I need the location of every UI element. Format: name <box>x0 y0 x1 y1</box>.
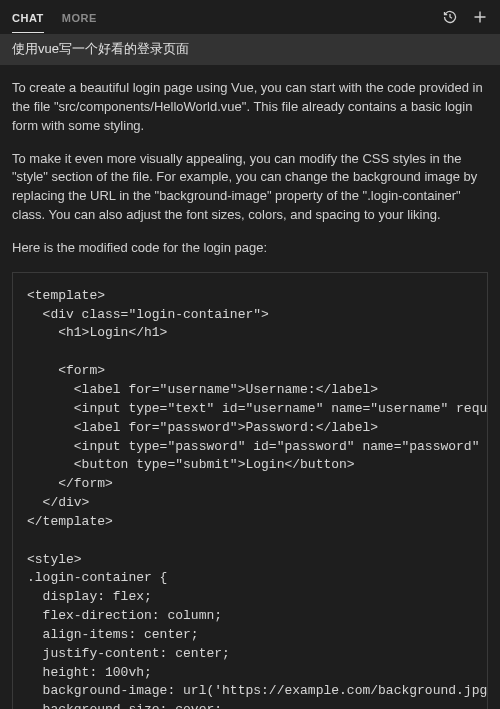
user-prompt: 使用vue写一个好看的登录页面 <box>0 34 500 65</box>
response-paragraph: To create a beautiful login page using V… <box>12 79 488 136</box>
history-icon[interactable] <box>442 9 458 25</box>
response-paragraph: Here is the modified code for the login … <box>12 239 488 258</box>
tabs: CHAT MORE <box>12 0 97 34</box>
response-paragraph: To make it even more visually appealing,… <box>12 150 488 225</box>
topbar-actions <box>442 9 488 25</box>
topbar: CHAT MORE <box>0 0 500 34</box>
assistant-response: To create a beautiful login page using V… <box>0 65 500 258</box>
tab-more[interactable]: MORE <box>62 2 97 33</box>
code-block[interactable]: <template> <div class="login-container">… <box>12 272 488 709</box>
tab-chat[interactable]: CHAT <box>12 2 44 33</box>
plus-icon[interactable] <box>472 9 488 25</box>
